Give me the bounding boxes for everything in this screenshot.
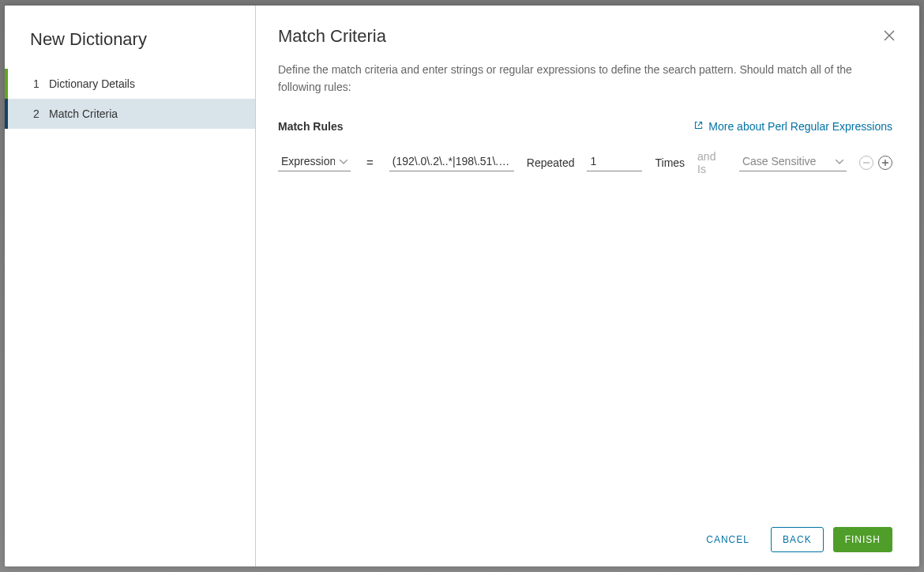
page-description: Define the match criteria and enter stri… — [278, 61, 892, 96]
wizard-sidebar: New Dictionary 1 Dictionary Details 2 Ma… — [5, 6, 256, 566]
rules-header: Match Rules More about Perl Regular Expr… — [278, 120, 892, 133]
rules-title: Match Rules — [278, 120, 343, 133]
close-icon[interactable] — [881, 28, 897, 43]
wizard-title: New Dictionary — [5, 24, 255, 69]
remove-rule-button[interactable] — [859, 156, 873, 170]
step-label: Dictionary Details — [49, 77, 135, 90]
times-label: Times — [655, 156, 685, 169]
back-button[interactable]: BACK — [771, 527, 824, 552]
case-sensitivity-select[interactable]: Case Sensitive — [739, 153, 847, 171]
wizard-steps: 1 Dictionary Details 2 Match Criteria — [5, 69, 255, 129]
rule-row-actions — [859, 156, 892, 170]
help-link-perl-regex[interactable]: More about Perl Regular Expressions — [693, 120, 892, 133]
wizard-modal: New Dictionary 1 Dictionary Details 2 Ma… — [5, 6, 919, 566]
match-rule-row: Expression = Repeated Times and Is Case … — [278, 150, 892, 175]
step-number: 2 — [33, 107, 49, 120]
wizard-footer: CANCEL BACK FINISH — [278, 517, 892, 552]
cancel-button[interactable]: CANCEL — [694, 527, 761, 552]
page-title: Match Criteria — [278, 26, 892, 47]
equals-label: = — [363, 156, 377, 169]
and-is-label: and Is — [697, 150, 727, 175]
wizard-main: Match Criteria Define the match criteria… — [256, 6, 919, 566]
add-rule-button[interactable] — [878, 156, 892, 170]
step-match-criteria[interactable]: 2 Match Criteria — [5, 99, 255, 129]
repeated-label: Repeated — [527, 156, 575, 169]
pattern-input[interactable] — [389, 153, 514, 171]
repeat-count-input[interactable] — [587, 153, 642, 171]
rule-type-select[interactable]: Expression — [278, 153, 351, 171]
step-label: Match Criteria — [49, 107, 118, 120]
modal-backdrop: New Dictionary 1 Dictionary Details 2 Ma… — [0, 0, 924, 572]
external-link-icon — [693, 120, 704, 133]
step-dictionary-details[interactable]: 1 Dictionary Details — [5, 69, 255, 99]
step-number: 1 — [33, 77, 49, 90]
finish-button[interactable]: FINISH — [833, 527, 892, 552]
help-link-label: More about Perl Regular Expressions — [708, 120, 892, 133]
